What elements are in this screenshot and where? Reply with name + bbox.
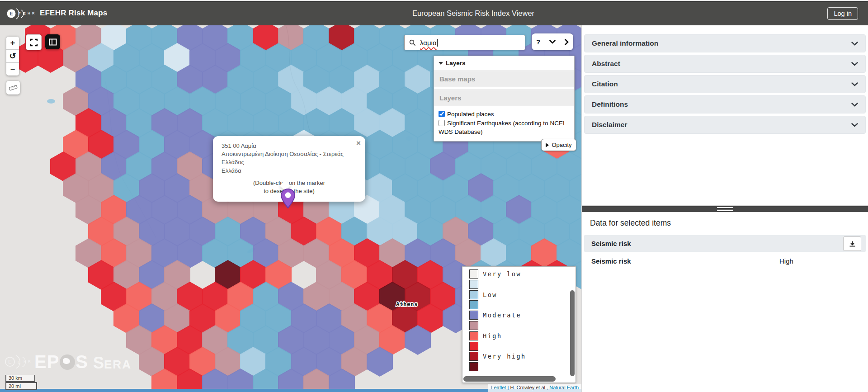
chevron-down-icon — [549, 40, 556, 44]
site-marker-pin[interactable] — [279, 188, 297, 209]
search-icon — [409, 39, 416, 46]
legend-label: High — [483, 332, 502, 340]
accordion-citation[interactable]: Citation — [584, 75, 866, 93]
legend-item: High — [469, 331, 502, 340]
zoom-in-button[interactable]: + — [6, 37, 19, 50]
scale-mi: 20 mi — [5, 382, 37, 390]
accordion-label: Citation — [592, 80, 618, 88]
fullscreen-button[interactable] — [26, 34, 42, 50]
accordion-label: Abstract — [592, 60, 620, 68]
page-title: European Seismic Risk Index Viewer — [412, 9, 534, 18]
next-button[interactable] — [565, 39, 569, 45]
chevron-down-icon — [851, 82, 858, 86]
crowley-credit: H. Crowley et al., — [510, 385, 549, 390]
popup-country-line: Ελλάδα — [222, 167, 357, 175]
legend-label: Moderate — [483, 312, 521, 319]
layer-toggle-significant-earthquakes[interactable]: Significant Earthquakes (according to NC… — [439, 119, 570, 137]
svg-text:E: E — [18, 360, 20, 364]
search-input[interactable]: λαμια — [404, 35, 525, 50]
checkbox[interactable] — [439, 111, 445, 117]
leaflet-link[interactable]: Leaflet — [491, 385, 506, 390]
legend-label: Very high — [483, 353, 526, 360]
scale-km: 30 km — [5, 375, 35, 382]
svg-text:R: R — [28, 359, 31, 364]
text-caret — [437, 39, 438, 47]
svg-text:R: R — [32, 11, 35, 15]
accordion-disclaimer[interactable]: Disclaimer — [584, 116, 866, 134]
sera-watermark: SERA — [93, 354, 132, 373]
data-section-title: Data for selected items — [590, 218, 671, 228]
map-canvas[interactable]: Athens + ↺ − — [0, 25, 581, 392]
legend-item: Very low — [469, 269, 521, 279]
svg-text:F: F — [18, 11, 21, 16]
layers-panel-title: Layers — [446, 60, 466, 66]
legend-swatch — [469, 300, 478, 309]
measure-button[interactable] — [6, 81, 20, 94]
reset-view-button[interactable]: ↺ — [6, 50, 19, 63]
collapse-button[interactable] — [549, 40, 556, 44]
section-layers[interactable]: Layers — [434, 90, 574, 106]
close-icon[interactable]: × — [356, 138, 361, 149]
zoom-out-button[interactable]: − — [6, 63, 19, 76]
legend-item: Very high — [469, 352, 526, 361]
legend-item: Moderate — [469, 311, 521, 320]
data-row-label: Seismic risk — [591, 257, 631, 265]
legend-vertical-scrollbar[interactable] — [570, 290, 575, 376]
download-icon — [849, 241, 856, 247]
checkbox[interactable] — [439, 120, 445, 126]
layers-panel-header[interactable]: Layers — [434, 56, 574, 68]
legend-swatch — [469, 352, 478, 361]
fullscreen-icon — [30, 38, 38, 47]
download-button[interactable] — [843, 236, 861, 251]
split-columns-icon — [49, 38, 57, 46]
layer-toggle-populated-places[interactable]: Populated places — [439, 110, 570, 119]
accordion-label: Definitions — [592, 100, 628, 109]
help-button[interactable]: ? — [536, 38, 540, 46]
chevron-down-icon — [851, 42, 858, 46]
accordion-definitions[interactable]: Definitions — [584, 95, 866, 113]
layer-checkbox-list: Populated placesSignificant Earthquakes … — [434, 106, 574, 141]
legend-swatch — [469, 311, 478, 320]
legend-swatch — [469, 362, 478, 371]
map-scale: 30 km 20 mi — [5, 375, 37, 390]
data-row-value: High — [779, 257, 793, 265]
svg-text:H: H — [28, 11, 30, 15]
natural-earth-link[interactable]: Natural Earth — [549, 385, 579, 390]
epos-watermark: EPS — [34, 352, 88, 372]
svg-text:E: E — [23, 11, 26, 16]
legend-label: Low — [483, 291, 497, 298]
chevron-down-icon — [851, 62, 858, 66]
data-group-header[interactable]: Seismic risk — [584, 235, 866, 252]
login-button[interactable]: Log in — [827, 7, 858, 20]
app-brand: EFEHR Risk Maps — [40, 9, 107, 18]
legend-swatch — [469, 290, 478, 299]
accordion-general-information[interactable]: General information — [584, 34, 866, 52]
legend-swatch — [469, 280, 478, 289]
legend-item — [469, 362, 478, 371]
legend-swatch — [469, 321, 478, 330]
legend-swatch — [469, 269, 478, 279]
opacity-button[interactable]: Opacity — [541, 139, 576, 151]
opacity-label: Opacity — [552, 142, 571, 148]
efehr-logo-icon: E F E H R — [6, 7, 36, 21]
legend-swatch — [469, 342, 478, 351]
info-sidebar: General informationAbstractCitationDefin… — [581, 25, 868, 392]
legend-item — [469, 280, 478, 289]
risk-legend: Very lowLowModerateHighVery high — [462, 266, 576, 383]
triangle-down-icon — [439, 62, 443, 65]
accordion-list: General informationAbstractCitationDefin… — [582, 25, 868, 134]
map-attribution: Leaflet | H. Crowley et al., Natural Ear… — [488, 384, 581, 392]
legend-swatch — [469, 331, 478, 340]
accordion-abstract[interactable]: Abstract — [584, 55, 866, 73]
panel-layout-button[interactable] — [45, 34, 60, 49]
panel-resize-divider[interactable] — [582, 205, 868, 212]
section-base-maps[interactable]: Base maps — [434, 71, 574, 87]
city-label-athens: Athens — [396, 301, 418, 307]
search-query-text: λαμια — [420, 39, 437, 47]
chevron-down-icon — [851, 103, 858, 107]
legend-horizontal-scrollbar[interactable] — [463, 376, 556, 382]
svg-text:E: E — [8, 359, 11, 364]
legend-item — [469, 321, 478, 330]
efehr-watermark-icon: E E H R — [4, 352, 32, 374]
popup-admin-line: Αποκεντρωμένη Διοίκηση Θεσσαλίας - Στερε… — [222, 150, 357, 166]
